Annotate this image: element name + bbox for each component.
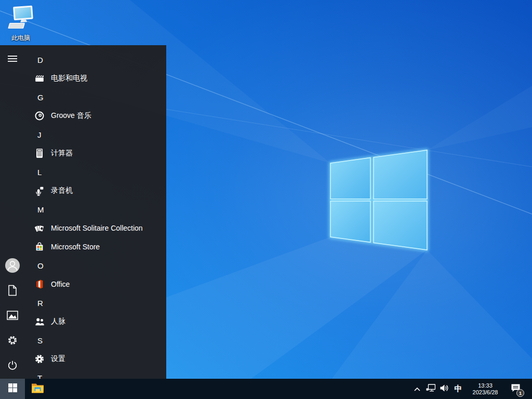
taskbar: 中 13:33 2023/6/28 1 [0,379,532,399]
app-office[interactable]: Office [25,275,166,294]
app-label: 计算器 [51,149,73,158]
documents-button[interactable] [0,279,25,304]
taskbar-empty-area [50,379,410,399]
start-button[interactable] [0,379,25,399]
settings-button[interactable] [0,329,25,354]
user-account-button[interactable] [0,254,25,279]
pictures-button[interactable] [0,304,25,329]
taskbar-clock[interactable]: 13:33 2023/6/28 [466,379,505,399]
calculator-icon [33,147,46,159]
groove-music-icon [33,110,46,122]
app-microsoft-store[interactable]: Microsoft Store [25,237,166,256]
app-voice-recorder[interactable]: 录音机 [25,181,166,200]
settings-icon [33,353,46,365]
start-menu-app-list: D 电影和电视 G [25,45,166,379]
action-center-button[interactable]: 1 [505,379,526,399]
solitaire-icon [33,222,46,234]
show-hidden-icons-button[interactable] [410,379,424,399]
app-label: Groove 音乐 [51,111,91,121]
app-label: 人脉 [51,317,65,326]
documents-icon [7,285,18,298]
app-label: Microsoft Solitaire Collection [51,224,143,232]
start-letter-r[interactable]: R [25,294,166,312]
chevron-up-icon [414,384,421,394]
this-pc-icon [6,24,35,33]
app-settings[interactable]: 设置 [25,350,166,368]
app-microsoft-solitaire-collection[interactable]: Microsoft Solitaire Collection [25,219,166,237]
app-label: 录音机 [51,186,73,195]
power-button[interactable] [0,354,25,379]
voice-recorder-icon [33,184,46,197]
network-icon [426,384,436,394]
start-letter-j[interactable]: J [25,125,166,144]
start-letter-g[interactable]: G [25,88,166,107]
start-letter-m[interactable]: M [25,200,166,219]
app-people[interactable]: 人脉 [25,312,166,331]
letter-label: S [37,336,43,345]
notification-badge: 1 [516,389,524,397]
movies-tv-icon [33,72,46,85]
letter-label: L [37,168,42,177]
hamburger-icon [8,55,17,64]
store-icon [33,241,46,253]
desktop: 此电脑 [0,0,532,399]
windows-logo-icon [8,383,17,394]
clock-time: 13:33 [478,382,493,389]
app-label: 电影和电视 [51,74,87,83]
letter-label: G [37,93,44,102]
expand-menu-button[interactable] [0,47,25,72]
volume-icon [440,384,449,394]
start-letter-o[interactable]: O [25,256,166,275]
clock-date: 2023/6/28 [473,389,498,396]
app-label: Office [51,280,70,288]
letter-label: J [37,130,42,139]
settings-icon [7,335,18,348]
letter-label: M [37,205,44,214]
start-letter-l[interactable]: L [25,163,166,181]
app-movies-and-tv[interactable]: 电影和电视 [25,69,166,88]
user-account-icon [5,258,20,275]
letter-label: R [37,299,43,308]
start-letter-s[interactable]: S [25,331,166,350]
start-menu-rail [0,45,25,379]
app-calculator[interactable]: 计算器 [25,144,166,163]
file-explorer-button[interactable] [25,379,50,399]
start-menu: D 电影和电视 G [0,45,166,379]
pictures-icon [7,311,18,322]
people-icon [33,315,46,328]
letter-label: O [37,261,44,270]
volume-button[interactable] [437,379,451,399]
this-pc-label: 此电脑 [4,34,37,43]
system-tray: 中 13:33 2023/6/28 1 [410,379,532,399]
letter-label: T [37,374,42,379]
office-icon [33,278,46,290]
power-icon [7,360,18,373]
app-groove-music[interactable]: Groove 音乐 [25,107,166,125]
app-label: Microsoft Store [51,243,100,251]
desktop-icon-this-pc[interactable]: 此电脑 [4,5,37,43]
folder-icon [31,382,44,395]
ime-indicator[interactable]: 中 [451,379,466,399]
start-letter-d[interactable]: D [25,50,166,69]
letter-label: D [37,56,43,64]
app-label: 设置 [51,354,65,364]
start-letter-t[interactable]: T [25,368,166,379]
network-status-button[interactable] [424,379,437,399]
